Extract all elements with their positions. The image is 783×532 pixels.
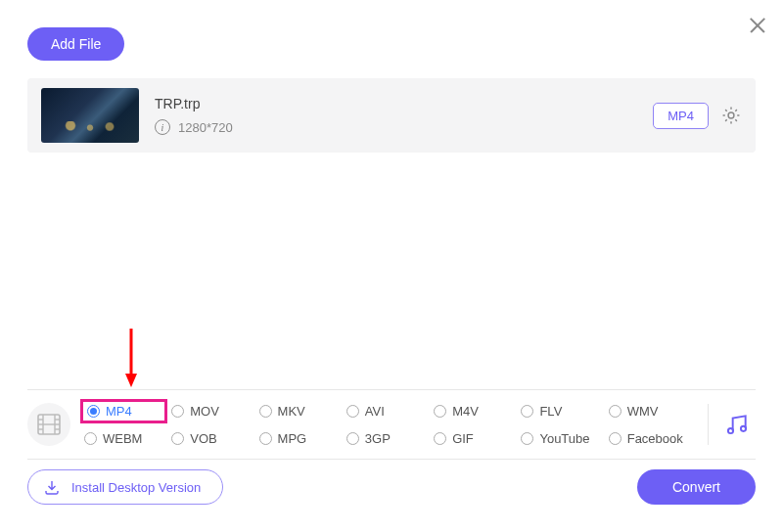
download-icon (44, 479, 60, 495)
format-label: Facebook (627, 431, 683, 446)
radio-icon (171, 432, 184, 445)
svg-point-0 (728, 112, 734, 118)
music-icon[interactable] (724, 412, 750, 437)
svg-point-12 (741, 426, 746, 431)
svg-point-11 (728, 428, 733, 433)
radio-icon (171, 405, 184, 418)
format-label: 3GP (365, 431, 391, 446)
format-option-youtube[interactable]: YouTube (521, 431, 604, 446)
install-desktop-label: Install Desktop Version (71, 480, 201, 495)
close-icon[interactable] (748, 16, 767, 35)
radio-icon (434, 405, 446, 418)
video-thumbnail[interactable] (41, 88, 139, 143)
format-label: WEBM (103, 431, 142, 446)
format-label: VOB (190, 431, 216, 446)
svg-marker-2 (125, 374, 137, 387)
format-option-mov[interactable]: MOV (171, 404, 254, 419)
format-label: GIF (452, 431, 474, 446)
video-mode-button[interactable] (27, 403, 70, 446)
format-option-flv[interactable]: FLV (521, 404, 604, 419)
format-option-avi[interactable]: AVI (346, 404, 430, 419)
radio-icon (87, 405, 100, 418)
film-icon (37, 414, 61, 435)
file-resolution: 1280*720 (178, 120, 233, 135)
format-option-vob[interactable]: VOB (171, 431, 254, 446)
format-label: MKV (278, 404, 305, 419)
info-icon[interactable]: i (155, 119, 170, 135)
format-option-mkv[interactable]: MKV (259, 404, 343, 419)
radio-icon (346, 432, 359, 445)
format-option-webm[interactable]: WEBM (84, 431, 167, 446)
gear-icon[interactable] (720, 105, 742, 126)
file-name: TRP.trp (155, 96, 653, 111)
file-meta: TRP.trp i 1280*720 (155, 96, 653, 135)
format-option-m4v[interactable]: M4V (434, 404, 517, 419)
annotation-arrow-icon (125, 327, 137, 387)
format-label: WMV (627, 404, 659, 419)
format-option-facebook[interactable]: Facebook (609, 431, 692, 446)
format-label: AVI (365, 404, 385, 419)
format-option-wmv[interactable]: WMV (609, 404, 692, 419)
format-grid: MP4MOVMKVAVIM4VFLVWMVWEBMVOBMPG3GPGIFYou… (84, 400, 692, 449)
radio-icon (434, 432, 446, 445)
format-label: MP4 (106, 404, 132, 419)
format-picker: MP4MOVMKVAVIM4VFLVWMVWEBMVOBMPG3GPGIFYou… (27, 389, 756, 460)
install-desktop-button[interactable]: Install Desktop Version (27, 469, 223, 505)
radio-icon (84, 432, 97, 445)
radio-icon (521, 405, 533, 418)
format-label: MPG (278, 431, 307, 446)
output-format-badge[interactable]: MP4 (653, 103, 709, 129)
format-option-mp4[interactable]: MP4 (80, 399, 167, 423)
radio-icon (259, 432, 272, 445)
format-label: YouTube (539, 431, 589, 446)
footer: Install Desktop Version Convert (27, 469, 756, 505)
divider (708, 404, 709, 445)
format-label: M4V (452, 404, 479, 419)
format-option-gif[interactable]: GIF (434, 431, 517, 446)
add-file-button[interactable]: Add File (27, 27, 124, 61)
radio-icon (609, 405, 622, 418)
format-label: MOV (190, 404, 219, 419)
convert-button[interactable]: Convert (637, 469, 756, 505)
radio-icon (346, 405, 359, 418)
radio-icon (609, 432, 622, 445)
file-card: TRP.trp i 1280*720 MP4 (27, 78, 756, 153)
radio-icon (259, 405, 272, 418)
radio-icon (521, 432, 533, 445)
format-label: FLV (539, 404, 562, 419)
format-option-mpg[interactable]: MPG (259, 431, 343, 446)
format-option-3gp[interactable]: 3GP (346, 431, 430, 446)
